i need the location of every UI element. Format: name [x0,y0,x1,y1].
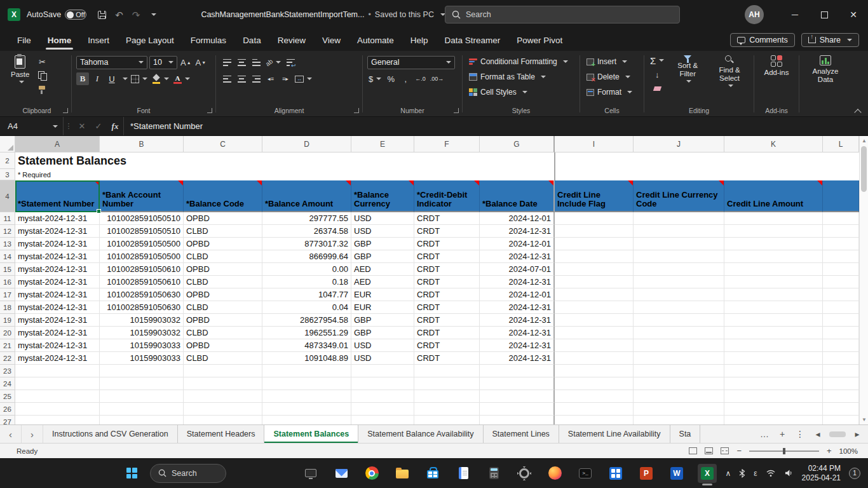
cell-D26[interactable] [262,403,351,416]
underline-button[interactable]: U [105,72,118,85]
row-header-25[interactable]: 25 [0,390,15,403]
enter-button[interactable]: ✓ [90,117,107,135]
cell-I23[interactable] [555,365,634,377]
cell-L16[interactable] [823,276,859,288]
cell-J22[interactable] [634,352,724,365]
ribbon-tab-review[interactable]: Review [269,29,314,51]
vertical-scrollbar[interactable]: ▲ ▼ [859,136,868,424]
cell-F13[interactable]: CRDT [414,238,480,250]
cell-B27[interactable] [100,416,184,424]
header-cell-L[interactable] [823,180,859,212]
cell-J21[interactable] [634,339,724,352]
cell-styles-button[interactable]: Cell Styles [467,85,575,100]
new-sheet-button[interactable]: + [774,425,790,443]
formula-input[interactable]: *Statement Number [123,117,868,135]
cell-I27[interactable] [555,416,634,424]
cell-E22[interactable]: USD [351,352,414,365]
cell-K17[interactable] [724,288,823,301]
cell-L15[interactable] [823,263,859,276]
cell-D25[interactable] [262,390,351,403]
cell-A17[interactable]: mystat-2024-12-31 [15,288,100,301]
cell-A12[interactable]: mystat-2024-12-31 [15,225,100,238]
cell-D18[interactable]: 0.04 [262,301,351,314]
format-cells-button[interactable]: Format [585,85,639,100]
cell-D11[interactable]: 297777.55 [262,212,351,225]
cell-B15[interactable]: 1010028591050610 [100,263,184,276]
cell-F23[interactable] [414,365,480,377]
scroll-down-arrow[interactable]: ▼ [860,415,868,424]
top-align-button[interactable] [220,56,233,69]
cell-J19[interactable] [634,314,724,327]
cell-I17[interactable] [555,288,634,301]
cell-E21[interactable]: USD [351,339,414,352]
comma-style-button[interactable]: , [399,72,412,85]
italic-button[interactable]: I [91,72,104,85]
merge-center-button[interactable]: ↔ [294,72,313,85]
cell-B19[interactable]: 10159903032 [100,314,184,327]
cell-B12[interactable]: 1010028591050510 [100,225,184,238]
cell-J27[interactable] [634,416,724,424]
cell-L23[interactable] [823,365,859,377]
taskbar-file-explorer[interactable] [393,464,412,483]
cell-E18[interactable]: EUR [351,301,414,314]
cell-I22[interactable] [555,352,634,365]
row-header-19[interactable]: 19 [0,314,15,327]
cell-I13[interactable] [555,238,634,250]
sheet-tab-statement-line-availability[interactable]: Statement Line Availability [559,425,670,443]
row-header-27[interactable]: 27 [0,416,15,424]
row-header-14[interactable]: 14 [0,250,15,263]
cell-K25[interactable] [724,390,823,403]
col-header-F[interactable]: F [414,136,480,152]
cell-G24[interactable] [480,377,555,390]
row-header-15[interactable]: 15 [0,263,15,276]
taskbar-chrome-app[interactable] [362,464,381,483]
cell-B21[interactable]: 10159903033 [100,339,184,352]
analyze-data-button[interactable]: Analyze Data [804,54,847,85]
ribbon-tab-home[interactable]: Home [39,29,80,51]
cell-A15[interactable]: mystat-2024-12-31 [15,263,100,276]
conditional-formatting-button[interactable]: Conditional Formatting [467,54,575,69]
cell-D15[interactable]: 0.00 [262,263,351,276]
alignment-dialog-launcher[interactable] [354,108,359,113]
wifi-icon[interactable] [766,469,776,477]
ribbon-tab-formulas[interactable]: Formulas [182,29,234,51]
cell-F15[interactable]: CRDT [414,263,480,276]
cell-K20[interactable] [724,327,823,339]
language-icon[interactable]: ε [754,469,757,478]
cell-C20[interactable]: CLBD [184,327,262,339]
cell-K14[interactable] [724,250,823,263]
row-header-17[interactable]: 17 [0,288,15,301]
formula-bar-handle[interactable]: ⋮ [64,117,74,135]
cell-A27[interactable] [15,416,100,424]
cell-A11[interactable]: mystat-2024-12-31 [15,212,100,225]
cell-D27[interactable] [262,416,351,424]
cell-B26[interactable] [100,403,184,416]
taskbar-excel-app[interactable]: X [698,464,717,483]
cell-A26[interactable] [15,403,100,416]
cell-E23[interactable] [351,365,414,377]
page-layout-view-icon[interactable] [705,447,713,454]
font-dialog-launcher[interactable] [207,108,212,113]
cell-A25[interactable] [15,390,100,403]
header-cell-F[interactable]: *Credit-Debit Indicator [414,180,480,212]
sheet-tab-instructions-and-csv-generation[interactable]: Instructions and CSV Generation [43,425,178,443]
cell-E16[interactable]: AED [351,276,414,288]
cell-F26[interactable] [414,403,480,416]
header-cell-G[interactable]: *Balance Date [480,180,555,212]
col-header-G[interactable]: G [480,136,555,152]
cell-C17[interactable]: OPBD [184,288,262,301]
cell-I25[interactable] [555,390,634,403]
font-name-combo[interactable]: Tahoma [76,56,147,69]
find-select-button[interactable]: Find & Select [710,54,749,95]
cell-F16[interactable]: CRDT [414,276,480,288]
normal-view-icon[interactable] [689,447,697,454]
cell-J14[interactable] [634,250,724,263]
cell-K23[interactable] [724,365,823,377]
sheet-nav-left-icon[interactable]: ‹ [0,425,22,443]
ribbon-tab-data[interactable]: Data [234,29,269,51]
cell-F12[interactable]: CRDT [414,225,480,238]
sheet-tab-statement-balances[interactable]: Statement Balances [264,425,358,443]
cell-J16[interactable] [634,276,724,288]
ribbon-tab-help[interactable]: Help [402,29,437,51]
col-header-D[interactable]: D [262,136,351,152]
